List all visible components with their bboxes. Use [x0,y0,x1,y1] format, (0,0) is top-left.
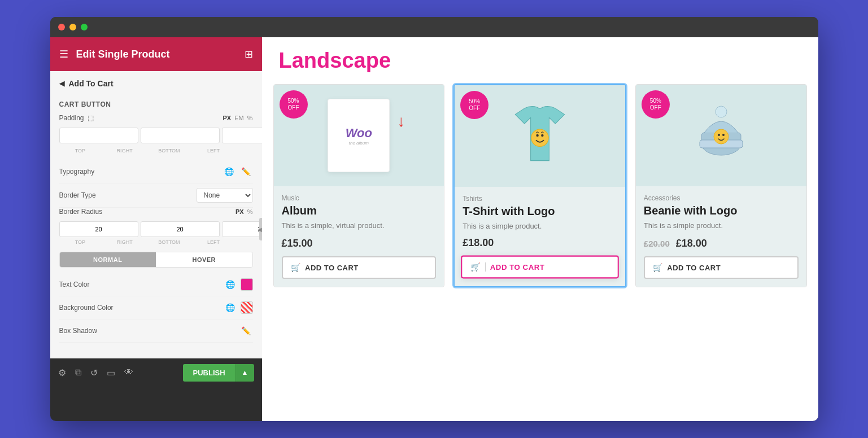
sidebar-footer: ⚙ ⧉ ↺ ▭ 👁 PUBLISH ▲ [50,358,262,387]
hamburger-icon[interactable]: ☰ [59,48,68,60]
typography-row: Typography 🌐 ✏️ [59,160,253,183]
border-type-label: Border Type [59,191,96,199]
maximize-dot[interactable] [81,24,88,30]
tshirt-btn-wrapper: 🛒 ADD TO CART → [463,256,617,278]
album-image-area: 50% OFF Woo the album [274,85,444,186]
device-icon[interactable]: ▭ [107,367,115,378]
br-bottom-input[interactable] [222,221,262,237]
album-price: £15.00 [282,238,437,249]
padding-right-label: RIGHT [103,148,146,154]
main-content: Landscape ↓ 50% OFF [262,37,818,421]
sidebar-content: ◀ Add To Cart Cart Button Padding ⬚ [50,71,262,358]
text-color-actions: 🌐 [224,278,253,291]
history-icon[interactable]: ↺ [90,367,98,378]
tshirt-badge-percent: 50% [469,98,480,105]
tshirt-add-to-cart-btn[interactable]: 🛒 ADD TO CART [461,256,618,279]
cart-button-label: Cart Button [59,100,253,108]
album-badge-off: OFF [288,104,299,111]
sidebar-wrapper: ☰ Edit Single Product ⊞ ◀ Add To Cart Ca… [50,37,262,421]
footer-icons: ⚙ ⧉ ↺ ▭ 👁 [58,367,133,378]
unit-percent[interactable]: % [247,115,253,121]
unit-px[interactable]: PX [223,115,232,121]
padding-right-input[interactable] [141,128,220,143]
unit-em[interactable]: EM [234,115,244,121]
window-body: ☰ Edit Single Product ⊞ ◀ Add To Cart Ca… [50,37,818,421]
close-dot[interactable] [58,24,65,30]
panel-section: Cart Button Padding ⬚ PX EM % [50,96,262,347]
section-arrow[interactable]: ◀ [59,80,64,87]
padding-left-label: LEFT [193,148,235,154]
text-color-label: Text Color [59,281,90,288]
minimize-dot[interactable] [69,24,76,30]
beanie-image-area: 50% OFF [636,85,806,186]
br-right-input[interactable] [141,221,220,237]
beanie-sale-price: £18.00 [676,238,707,249]
beanie-name: Beanie with Logo [644,204,799,217]
br-unit-percent[interactable]: % [247,208,253,215]
publish-arrow-button[interactable]: ▲ [235,364,254,382]
main-header: Landscape [262,37,818,78]
woo-text: Woo [346,126,372,141]
svg-point-0 [531,129,549,147]
album-desc: This is a simple, virtual product. [282,221,437,232]
border-type-select[interactable]: None Solid Dashed [197,188,253,203]
padding-icon: ⬚ [88,114,94,122]
beanie-desc: This is a simple product. [644,221,799,232]
padding-text: Padding [59,114,84,122]
state-toggle: NORMAL HOVER [59,252,253,268]
product-card-beanie: 50% OFF [635,84,807,287]
svg-point-7 [714,129,729,144]
bg-color-label: Background Color [59,304,114,312]
br-top-input[interactable] [59,221,138,237]
tshirt-image [509,102,571,170]
box-shadow-label: Box Shadow [59,327,97,335]
sidebar: ☰ Edit Single Product ⊞ ◀ Add To Cart Ca… [50,37,262,387]
beanie-add-to-cart-btn[interactable]: 🛒 ADD TO CART [644,256,799,279]
typography-globe-btn[interactable]: 🌐 [223,165,236,178]
units-row: PX EM % [223,115,253,121]
svg-point-8 [718,134,720,136]
bg-color-swatch[interactable] [241,301,253,314]
products-grid-container: 50% OFF Woo the album Music Album [262,78,818,299]
box-shadow-edit-btn[interactable]: ✏️ [239,324,253,338]
section-header: ◀ Add To Cart [50,71,262,96]
sidebar-title: Edit Single Product [76,49,170,60]
padding-label: Padding ⬚ [59,114,94,122]
svg-point-9 [722,134,725,136]
bg-color-globe-btn[interactable]: 🌐 [224,301,237,314]
text-color-globe-btn[interactable]: 🌐 [224,278,237,291]
tshirt-cart-icon: 🛒 [470,262,481,271]
tshirt-add-to-cart-label: ADD TO CART [490,263,545,271]
publish-button[interactable]: PUBLISH [183,364,235,382]
padding-top-input[interactable] [59,128,138,143]
sidebar-header-left: ☰ Edit Single Product [59,48,170,60]
publish-btn-group: PUBLISH ▲ [183,364,254,382]
eye-icon[interactable]: 👁 [124,367,133,378]
product-card-album: 50% OFF Woo the album Music Album [273,84,445,287]
album-category: Music [282,194,437,202]
normal-toggle[interactable]: NORMAL [60,252,156,267]
typography-edit-btn[interactable]: ✏️ [239,165,253,178]
text-color-swatch[interactable] [241,278,253,291]
svg-point-5 [716,106,727,117]
album-info: Music Album This is a simple, virtual pr… [274,186,444,287]
padding-bottom-input[interactable] [222,128,262,143]
br-unit-px[interactable]: PX [235,208,244,215]
tshirt-btn-divider [485,262,486,271]
settings-icon[interactable]: ⚙ [58,367,66,378]
br-labels: TOP RIGHT BOTTOM LEFT [59,239,253,245]
text-color-row: Text Color 🌐 [59,273,253,296]
typography-label: Typography [59,168,95,176]
tshirt-desc: This is a simple product. [463,221,617,231]
album-add-to-cart-btn[interactable]: 🛒 ADD TO CART [282,256,437,279]
tshirt-name: T-Shirt with Logo [463,205,617,218]
tshirt-badge: 50% OFF [460,91,488,119]
svg-point-2 [541,134,543,137]
sidebar-header: ☰ Edit Single Product ⊞ [50,37,262,71]
layers-icon[interactable]: ⧉ [75,367,81,378]
grid-icon[interactable]: ⊞ [245,48,253,60]
hover-toggle[interactable]: HOVER [156,252,252,267]
padding-top-label: TOP [59,148,102,154]
beanie-badge: 50% OFF [642,90,670,119]
products-grid: 50% OFF Woo the album Music Album [273,84,807,287]
